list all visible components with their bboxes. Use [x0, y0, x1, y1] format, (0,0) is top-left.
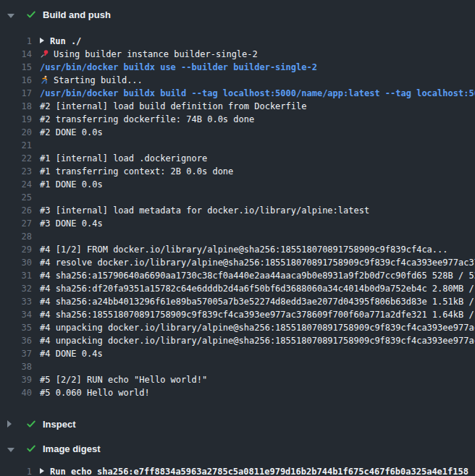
log-line: 19#2 transferring dockerfile: 74B 0.0s d…: [0, 113, 475, 126]
line-number[interactable]: 22: [0, 152, 32, 165]
log-line: 15/usr/bin/docker buildx use --builder b…: [0, 61, 475, 74]
line-text: Using builder instance builder-single-2: [32, 48, 258, 61]
log-line: 32#4 sha256:df20fa9351a15782c64e6dddb2d4…: [0, 282, 475, 295]
section-header[interactable]: Inspect: [0, 414, 475, 434]
line-text: #4 resolve docker.io/library/alpine@sha2…: [32, 256, 475, 269]
line-number[interactable]: 19: [0, 113, 32, 126]
line-number[interactable]: 36: [0, 334, 32, 347]
log-line: 39#5 [2/2] RUN echo "Hello world!": [0, 373, 475, 386]
line-text-content: #3 [internal] load metadata for docker.i…: [40, 205, 369, 216]
line-number[interactable]: 20: [0, 126, 32, 139]
log-line: 23#1 transferring context: 2B 0.0s done: [0, 165, 475, 178]
log-line: 22#1 [internal] load .dockerignore: [0, 152, 475, 165]
line-number[interactable]: 24: [0, 178, 32, 191]
log-line: 38: [0, 360, 475, 373]
line-number[interactable]: 31: [0, 269, 32, 282]
log-line: 1Run echo sha256:e7ff8834a5963a2785c5a08…: [0, 465, 475, 476]
log-line: 1Run ./: [0, 35, 475, 48]
log-line: 18#2 [internal] load build definition fr…: [0, 100, 475, 113]
log-line: 40#5 0.060 Hello world!: [0, 386, 475, 399]
log-line: 28: [0, 230, 475, 243]
line-number[interactable]: 16: [0, 74, 32, 87]
section-header[interactable]: Build and push: [0, 4, 475, 25]
line-number[interactable]: 38: [0, 360, 32, 373]
chevron-down-icon[interactable]: [7, 9, 16, 20]
section-body: 1Run ./14Using builder instance builder-…: [0, 25, 475, 409]
line-text: #2 transferring dockerfile: 74B 0.0s don…: [32, 113, 254, 126]
success-check-icon: [26, 9, 36, 20]
line-text: #2 [internal] load build definition from…: [32, 100, 306, 113]
line-number[interactable]: 30: [0, 256, 32, 269]
section-header[interactable]: Image digest: [0, 438, 475, 459]
line-text: [32, 139, 40, 152]
line-number[interactable]: 25: [0, 191, 32, 204]
line-number[interactable]: 32: [0, 282, 32, 295]
log-line: 27#3 DONE 0.4s: [0, 217, 475, 230]
log-line: 31#4 sha256:a15790640a6690aa1730c38cf0a4…: [0, 269, 475, 282]
log-line: 37#4 DONE 0.4s: [0, 347, 475, 360]
line-text: #4 unpacking docker.io/library/alpine@sh…: [32, 321, 475, 334]
line-text: #1 transferring context: 2B 0.0s done: [32, 165, 233, 178]
line-text-content: #3 DONE 0.4s: [40, 218, 103, 229]
line-number[interactable]: 26: [0, 204, 32, 217]
line-text: [32, 191, 40, 204]
line-text-content: Using builder instance builder-single-2: [54, 49, 258, 59]
line-text: [32, 360, 40, 373]
line-text: #4 sha256:a15790640a6690aa1730c38cf0a440…: [32, 269, 475, 282]
line-number[interactable]: 34: [0, 308, 32, 321]
log-section-image-digest: Image digest1Run echo sha256:e7ff8834a59…: [0, 438, 475, 476]
line-number[interactable]: 29: [0, 243, 32, 256]
line-text: /usr/bin/docker buildx use --builder bui…: [32, 61, 317, 74]
log-line: 35#4 unpacking docker.io/library/alpine@…: [0, 321, 475, 334]
runner-icon: [40, 75, 50, 87]
line-text-content: #2 DONE 0.0s: [40, 127, 103, 137]
line-text-content: #4 resolve docker.io/library/alpine@sha2…: [40, 258, 475, 268]
line-text-content: #1 [internal] load .dockerignore: [40, 153, 207, 163]
section-title: Build and push: [43, 9, 111, 20]
log-section-build-and-push: Build and push1Run ./14Using builder ins…: [0, 4, 475, 409]
line-text: #4 sha256:df20fa9351a15782c64e6dddb2d4a6…: [32, 282, 475, 295]
line-text: #3 DONE 0.4s: [32, 217, 103, 230]
workflow-log-viewer: Build and push1Run ./14Using builder ins…: [0, 0, 475, 476]
line-text: #4 [1/2] FROM docker.io/library/alpine@s…: [32, 243, 448, 256]
line-text-content: /usr/bin/docker buildx build --tag local…: [40, 88, 475, 98]
line-number[interactable]: 40: [0, 386, 32, 399]
chevron-down-icon[interactable]: [7, 443, 16, 454]
line-number[interactable]: 18: [0, 100, 32, 113]
line-text-content: #4 sha256:a15790640a6690aa1730c38cf0a440…: [40, 271, 475, 281]
log-line: 30#4 resolve docker.io/library/alpine@sh…: [0, 256, 475, 269]
line-number[interactable]: 37: [0, 347, 32, 360]
line-text-content: Run echo sha256:e7ff8834a5963a2785c5a081…: [50, 467, 468, 476]
success-check-icon: [26, 443, 36, 454]
line-text: Starting build...: [32, 74, 143, 87]
pushpin-icon: [40, 49, 50, 61]
line-text: #2 DONE 0.0s: [32, 126, 103, 139]
line-text-content: #2 [internal] load build definition from…: [40, 101, 306, 111]
log-line: 16Starting build...: [0, 74, 475, 87]
line-number[interactable]: 28: [0, 230, 32, 243]
line-number[interactable]: 17: [0, 87, 32, 100]
line-number[interactable]: 1: [0, 35, 32, 48]
log-line: 24#1 DONE 0.0s: [0, 178, 475, 191]
line-number[interactable]: 27: [0, 217, 32, 230]
expand-group-arrow-icon[interactable]: [40, 38, 44, 43]
line-number[interactable]: 39: [0, 373, 32, 386]
line-text: [32, 230, 40, 243]
line-number[interactable]: 15: [0, 61, 32, 74]
line-number[interactable]: 14: [0, 48, 32, 61]
line-text-content: #4 unpacking docker.io/library/alpine@sh…: [40, 323, 475, 333]
line-text-content: /usr/bin/docker buildx use --builder bui…: [40, 62, 317, 72]
line-number[interactable]: 23: [0, 165, 32, 178]
log-section-inspect: Inspect: [0, 414, 475, 434]
log-line: 14Using builder instance builder-single-…: [0, 48, 475, 61]
line-number[interactable]: 1: [0, 465, 32, 476]
section-title: Inspect: [43, 419, 76, 430]
log-line: 34#4 sha256:185518070891758909c9f839cf4c…: [0, 308, 475, 321]
line-number[interactable]: 21: [0, 139, 32, 152]
line-text: /usr/bin/docker buildx build --tag local…: [32, 87, 475, 100]
log-line: 21: [0, 139, 475, 152]
expand-group-arrow-icon[interactable]: [40, 468, 44, 474]
line-number[interactable]: 33: [0, 295, 32, 308]
chevron-right-icon[interactable]: [7, 419, 16, 430]
line-number[interactable]: 35: [0, 321, 32, 334]
